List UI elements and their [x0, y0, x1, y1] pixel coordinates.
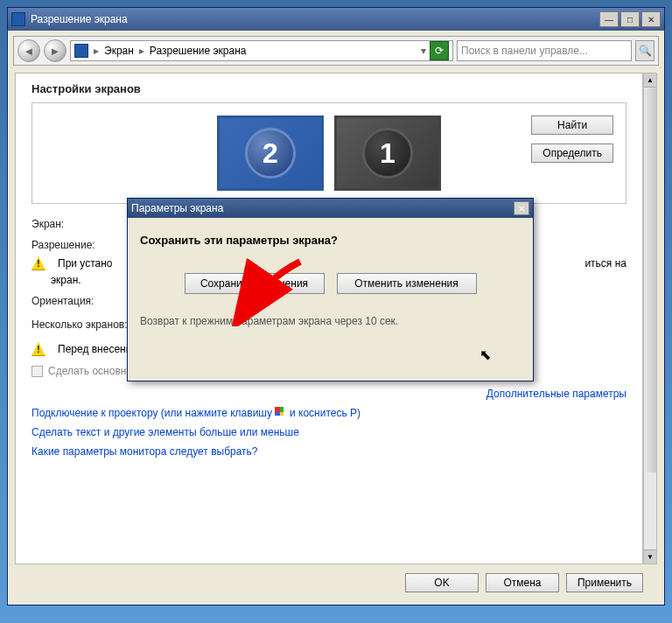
label-resolution: Разрешение: [32, 239, 141, 251]
nav-toolbar: ◄ ► Экран Разрешение экрана ▾ ⟳ Поиск в … [13, 36, 659, 66]
label-orientation: Ориентация: [32, 295, 141, 307]
monitor-2-label: 2 [245, 128, 296, 178]
monitor-help-link[interactable]: Какие параметры монитора следует выбрать… [32, 445, 626, 458]
windows-key-icon [275, 407, 287, 419]
dialog-question: Сохранить эти параметры экрана? [140, 234, 521, 247]
save-changes-button[interactable]: Сохранить изменения [185, 273, 325, 294]
refresh-icon[interactable]: ⟳ [430, 41, 449, 60]
vertical-scrollbar[interactable]: ▲ ▼ [643, 73, 657, 564]
dialog-title: Параметры экрана [131, 202, 223, 214]
crumb-screen[interactable]: Экран [104, 45, 134, 57]
monitor-preview-box: 2 1 Найти Определить [32, 102, 626, 204]
window-titlebar: Разрешение экрана — □ ✕ [8, 8, 664, 31]
scroll-down-button[interactable]: ▼ [644, 550, 656, 564]
monitor-icon [74, 44, 88, 58]
maximize-button[interactable]: □ [620, 11, 640, 27]
warn-text-1a: При устано [58, 257, 113, 270]
monitor-1-label: 1 [362, 128, 413, 178]
dialog-close-button[interactable]: ✕ [514, 201, 529, 215]
scroll-thumb[interactable] [644, 88, 656, 472]
warning-icon: ! [32, 256, 46, 270]
nav-forward-button[interactable]: ► [44, 39, 66, 62]
minimize-button[interactable]: — [599, 11, 619, 27]
label-screen: Экран: [32, 218, 141, 230]
window-title: Разрешение экрана [31, 13, 599, 25]
primary-monitor-checkbox [32, 366, 43, 377]
monitor-1[interactable]: 1 [334, 116, 441, 191]
warn-text-1b: иться на [584, 257, 626, 270]
apply-button[interactable]: Применить [566, 573, 643, 592]
scroll-up-button[interactable]: ▲ [644, 74, 656, 88]
revert-changes-button[interactable]: Отменить изменения [337, 273, 477, 294]
nav-back-button[interactable]: ◄ [18, 39, 40, 62]
dialog-titlebar: Параметры экрана ✕ [128, 199, 533, 218]
advanced-settings-link[interactable]: Дополнительные параметры [32, 388, 626, 400]
app-icon [11, 12, 25, 26]
find-button[interactable]: Найти [531, 116, 613, 135]
identify-button[interactable]: Определить [531, 144, 613, 163]
search-button[interactable]: 🔍 [635, 40, 654, 61]
search-input[interactable]: Поиск в панели управле... [457, 40, 632, 61]
breadcrumb[interactable]: Экран Разрешение экрана ▾ ⟳ [70, 40, 453, 61]
close-button[interactable]: ✕ [641, 11, 661, 27]
monitor-2[interactable]: 2 [217, 116, 324, 191]
search-placeholder: Поиск в панели управле... [461, 45, 588, 57]
section-title: Настройки экранов [32, 82, 626, 95]
warning-icon: ! [32, 342, 46, 356]
cancel-button[interactable]: Отмена [486, 573, 559, 592]
projector-link[interactable]: Подключение к проектору (или нажмите кла… [32, 407, 626, 419]
text-size-link[interactable]: Сделать текст и другие элементы больше и… [32, 426, 626, 438]
confirm-dialog: Параметры экрана ✕ Сохранить эти парамет… [127, 198, 534, 382]
crumb-resolution[interactable]: Разрешение экрана [150, 45, 247, 57]
ok-button[interactable]: OK [405, 573, 479, 592]
dialog-countdown: Возврат к прежним параметрам экрана чере… [140, 315, 521, 327]
